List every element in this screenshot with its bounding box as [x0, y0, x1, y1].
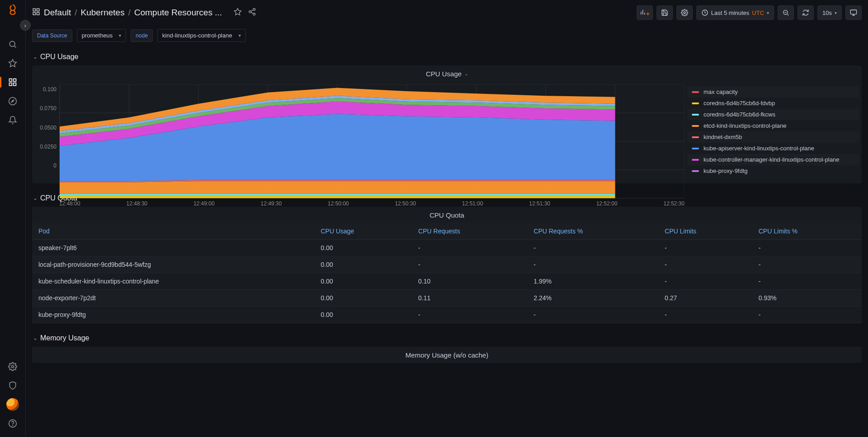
- table-cell: 0.00: [314, 256, 412, 273]
- time-range-picker[interactable]: Last 5 minutes UTC ▾: [696, 5, 774, 20]
- table-cell: -: [658, 273, 752, 290]
- table-column-header[interactable]: CPU Limits: [658, 223, 752, 240]
- chevron-down-icon: ⌄: [33, 54, 38, 60]
- template-variables-row: Data Source prometheus node kind-linuxti…: [26, 25, 868, 48]
- svg-rect-10: [37, 9, 39, 11]
- alerting-icon[interactable]: [4, 111, 22, 129]
- svg-rect-4: [9, 83, 12, 86]
- svg-rect-11: [37, 12, 39, 14]
- legend-item[interactable]: coredns-6d4b75cb6d-fdvbp: [687, 98, 859, 109]
- breadcrumb: Default / Kubernetes / Compute Resources…: [32, 8, 632, 18]
- star-dashboard-icon[interactable]: [234, 8, 242, 18]
- legend-item[interactable]: coredns-6d4b75cb6d-fkcws: [687, 109, 859, 120]
- legend-label: max capacity: [704, 88, 738, 95]
- table-cell: -: [752, 273, 862, 290]
- table-cell: 0.10: [412, 273, 527, 290]
- svg-point-0: [9, 41, 15, 46]
- table-cell: 0.00: [314, 290, 412, 307]
- table-row: kube-proxy-9fdtg0.00----: [32, 307, 862, 323]
- help-icon[interactable]: [4, 414, 22, 432]
- time-range-label: Last 5 minutes: [711, 9, 750, 16]
- legend-swatch: [692, 114, 699, 116]
- kiosk-mode-button[interactable]: [845, 5, 862, 20]
- legend-item[interactable]: etcd-kind-linuxtips-control-plane: [687, 120, 859, 131]
- svg-point-13: [253, 8, 256, 10]
- configuration-icon[interactable]: [4, 358, 22, 376]
- svg-rect-12: [33, 12, 35, 14]
- cpu-usage-chart[interactable]: [59, 84, 685, 199]
- table-cell: 0.93%: [752, 290, 862, 307]
- row-title: CPU Usage: [40, 53, 78, 61]
- breadcrumb-root[interactable]: Default: [44, 8, 71, 18]
- table-cell: 0.00: [314, 240, 412, 256]
- panel-cpu-usage-title[interactable]: CPU Usage ⌄: [32, 65, 862, 82]
- svg-rect-3: [14, 83, 16, 86]
- table-cell: 0.27: [658, 290, 752, 307]
- legend-item[interactable]: kindnet-dxm5b: [687, 131, 859, 143]
- panel-cpu-quota: CPU Quota PodCPU UsageCPU RequestsCPU Re…: [32, 207, 862, 323]
- dashboards-icon[interactable]: [4, 73, 22, 91]
- table-cell: -: [752, 307, 862, 323]
- admin-icon[interactable]: [4, 377, 22, 395]
- chevron-down-icon: ⌄: [33, 195, 38, 201]
- table-cell: -: [527, 307, 658, 323]
- svg-point-6: [12, 366, 14, 368]
- table-row: local-path-provisioner-9cd9bd544-5wfzg0.…: [32, 256, 862, 273]
- refresh-interval-picker[interactable]: 10s ▾: [817, 5, 842, 20]
- sidebar-expand-button[interactable]: ›: [20, 20, 31, 31]
- legend-item[interactable]: kube-apiserver-kind-linuxtips-control-pl…: [687, 143, 859, 154]
- row-cpu-usage-header[interactable]: ⌄ CPU Usage: [32, 48, 862, 65]
- chart-legend: max capacitycoredns-6d4b75cb6d-fdvbpcore…: [687, 84, 859, 179]
- table-cell: -: [412, 256, 527, 273]
- table-column-header[interactable]: CPU Requests %: [527, 223, 658, 240]
- legend-item[interactable]: max capacity: [687, 86, 859, 98]
- table-cell: local-path-provisioner-9cd9bd544-5wfzg: [32, 256, 314, 273]
- row-title: Memory Usage: [40, 334, 89, 342]
- svg-point-5: [9, 98, 17, 105]
- breadcrumb-folder[interactable]: Kubernetes: [80, 8, 124, 18]
- table-cell: -: [752, 256, 862, 273]
- table-column-header[interactable]: Pod: [32, 223, 314, 240]
- table-column-header[interactable]: CPU Requests: [412, 223, 527, 240]
- svg-point-16: [684, 12, 685, 14]
- table-cell: -: [752, 240, 862, 256]
- add-panel-button[interactable]: +: [637, 5, 653, 20]
- legend-label: kube-apiserver-kind-linuxtips-control-pl…: [704, 145, 814, 152]
- dashboard-icon: [32, 8, 40, 18]
- refresh-interval-label: 10s: [822, 9, 832, 16]
- table-cell: -: [412, 240, 527, 256]
- refresh-button[interactable]: [798, 5, 814, 20]
- node-var-select[interactable]: kind-linuxtips-control-plane: [157, 29, 246, 42]
- breadcrumb-title[interactable]: Compute Resources ...: [134, 8, 222, 18]
- table-cell: -: [412, 307, 527, 323]
- dashboard-settings-button[interactable]: [676, 5, 693, 20]
- row-memory-usage-header[interactable]: ⌄ Memory Usage: [32, 330, 862, 347]
- panel-memory-usage-title[interactable]: Memory Usage (w/o cache): [32, 347, 862, 363]
- legend-label: coredns-6d4b75cb6d-fkcws: [704, 111, 775, 118]
- table-cell: -: [527, 240, 658, 256]
- legend-item[interactable]: kube-controller-manager-kind-linuxtips-c…: [687, 154, 859, 165]
- share-dashboard-icon[interactable]: [248, 8, 256, 18]
- panel-cpu-quota-title[interactable]: CPU Quota: [32, 207, 862, 223]
- starred-icon[interactable]: [4, 54, 22, 72]
- topbar: Default / Kubernetes / Compute Resources…: [26, 0, 868, 25]
- chevron-down-icon: ⌄: [33, 335, 38, 341]
- user-avatar[interactable]: [4, 395, 22, 414]
- panel-cpu-usage: CPU Usage ⌄ 0.1000.07500.05000.02500: [32, 65, 862, 183]
- legend-item[interactable]: kube-proxy-9fdtg: [687, 165, 859, 177]
- save-dashboard-button[interactable]: [657, 5, 673, 20]
- datasource-var-select[interactable]: prometheus: [77, 29, 127, 42]
- svg-rect-19: [850, 10, 856, 14]
- svg-rect-2: [14, 79, 16, 82]
- zoom-out-button[interactable]: [778, 5, 794, 20]
- table-cell: 0.00: [314, 273, 412, 290]
- explore-icon[interactable]: [4, 92, 22, 110]
- table-cell: -: [658, 307, 752, 323]
- grafana-logo[interactable]: [7, 4, 19, 18]
- table-column-header[interactable]: CPU Usage: [314, 223, 412, 240]
- table-cell: -: [658, 240, 752, 256]
- search-icon[interactable]: [4, 35, 22, 53]
- table-column-header[interactable]: CPU Limits %: [752, 223, 862, 240]
- table-row: speaker-7plt60.00----: [32, 240, 862, 256]
- cpu-quota-table: PodCPU UsageCPU RequestsCPU Requests %CP…: [32, 223, 862, 323]
